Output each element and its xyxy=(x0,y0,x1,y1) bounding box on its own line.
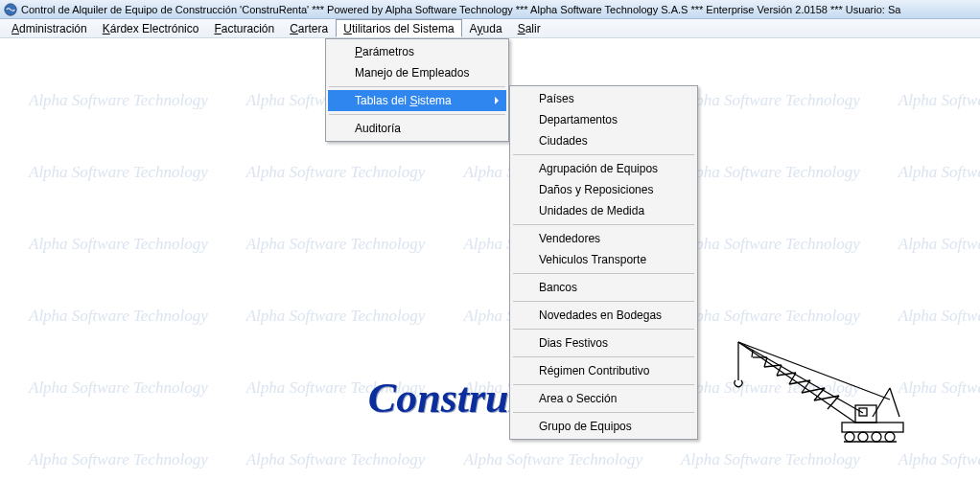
menuitem-manejo-de-empleados[interactable]: Manejo de Empleados xyxy=(328,62,506,83)
menu-facturacion[interactable]: Facturación xyxy=(206,19,282,37)
watermark-text: Alpha Software Technology xyxy=(681,91,860,110)
menuitem-separator xyxy=(329,114,505,115)
menu-salir[interactable]: Salir xyxy=(510,19,548,37)
svg-line-5 xyxy=(777,365,782,376)
menu-kardex-electronico[interactable]: Kárdex Electrónico xyxy=(95,19,207,37)
watermark-text: Alpha Software Technology xyxy=(29,307,208,326)
submenuitem-area-o-seccion[interactable]: Area o Sección xyxy=(512,388,695,409)
svg-line-1 xyxy=(738,342,863,413)
submenuitem-danos-y-reposiciones[interactable]: Daños y Reposiciones xyxy=(512,179,695,200)
svg-point-26 xyxy=(885,432,895,442)
submenuitem-dias-festivos[interactable]: Dias Festivos xyxy=(512,332,695,354)
watermark-text: Alpha Software Technology xyxy=(898,91,980,110)
watermark-text: Alpha Software Technology xyxy=(246,235,426,254)
watermark-text: Alpha Software Technology xyxy=(463,450,642,469)
menu-ayuda[interactable]: Ayuda xyxy=(462,19,510,37)
svg-line-17 xyxy=(738,342,890,400)
menu-administracion[interactable]: Administración xyxy=(4,19,95,37)
submenuitem-ciudades[interactable]: Ciudades xyxy=(512,130,695,151)
watermark-text: Alpha Software Technology xyxy=(29,378,208,398)
watermark-row: Alpha Software TechnologyAlpha Software … xyxy=(0,163,980,182)
watermark-text: Alpha Software Technology xyxy=(898,307,980,326)
submenuitem-grupo-de-equipos[interactable]: Grupo de Equipos xyxy=(512,416,695,437)
watermark-text: Alpha Software Technology xyxy=(681,307,860,326)
menuitem-tablas-del-sistema[interactable]: Tablas del Sistema xyxy=(328,90,506,111)
watermark-text: Alpha Software Technology xyxy=(246,163,426,182)
chevron-right-icon xyxy=(495,97,499,104)
watermark-text: Alpha Software Technology xyxy=(29,163,208,182)
watermark-text: Alpha Software Technology xyxy=(29,450,208,469)
watermark-text: Alpha Software Technology xyxy=(681,450,860,469)
submenuitem-separator xyxy=(513,412,694,413)
menuitem-auditoria[interactable]: Auditoría xyxy=(328,118,506,139)
crane-illustration xyxy=(729,331,911,446)
menu-cartera[interactable]: Cartera xyxy=(282,19,336,37)
watermark-text: Alpha Software Technology xyxy=(246,307,426,326)
watermark-text: Alpha Software Technology xyxy=(246,450,426,469)
menu-utilitarios-del-sistema[interactable]: Utilitarios del Sistema xyxy=(336,19,461,37)
watermark-text: Alpha Software Technology xyxy=(681,163,860,182)
submenuitem-vehiculos-transporte[interactable]: Vehiculos Transporte xyxy=(512,249,695,270)
menuitem-separator xyxy=(329,86,505,87)
menuitem-parametros[interactable]: Parámetros xyxy=(328,41,506,62)
submenuitem-agrupacion-de-equipos[interactable]: Agrupación de Equipos xyxy=(512,158,695,179)
submenuitem-separator xyxy=(513,301,694,302)
dropdown-utilitarios: ParámetrosManejo de EmpleadosTablas del … xyxy=(325,38,509,142)
watermark-text: Alpha Software Technology xyxy=(898,163,980,182)
submenuitem-separator xyxy=(513,384,694,385)
menubar: AdministraciónKárdex ElectrónicoFacturac… xyxy=(0,19,980,38)
submenuitem-paises[interactable]: Países xyxy=(512,88,695,109)
watermark-row: Alpha Software TechnologyAlpha Software … xyxy=(0,307,980,326)
submenuitem-separator xyxy=(513,329,694,330)
submenuitem-separator xyxy=(513,154,694,155)
svg-point-23 xyxy=(845,432,854,442)
watermark-text: Alpha Software Technology xyxy=(898,235,980,254)
watermark-text: Alpha Software Technology xyxy=(29,235,208,254)
watermark-text: Alpha Software Technology xyxy=(29,91,208,110)
submenuitem-separator xyxy=(513,224,694,225)
dropdown-tablas-sistema: PaísesDepartamentosCiudadesAgrupación de… xyxy=(509,85,698,440)
svg-rect-22 xyxy=(842,423,903,432)
watermark-text: Alpha Software Technology xyxy=(898,450,980,469)
submenuitem-novedades-en-bodegas[interactable]: Novedades en Bodegas xyxy=(512,305,695,326)
submenuitem-regimen-contributivo[interactable]: Régimen Contributivo xyxy=(512,360,695,381)
titlebar: Control de Alquiler de Equipo de Constru… xyxy=(0,0,980,19)
titlebar-text: Control de Alquiler de Equipo de Constru… xyxy=(21,4,900,15)
watermark-row: Alpha Software TechnologyAlpha Software … xyxy=(0,235,980,254)
app-icon xyxy=(4,3,17,16)
svg-point-25 xyxy=(872,432,881,442)
submenuitem-separator xyxy=(513,273,694,274)
svg-line-18 xyxy=(873,388,890,417)
submenuitem-departamentos[interactable]: Departamentos xyxy=(512,109,695,130)
submenuitem-vendedores[interactable]: Vendedores xyxy=(512,228,695,249)
submenuitem-unidades-de-medida[interactable]: Unidades de Medida xyxy=(512,200,695,221)
watermark-row: Alpha Software TechnologyAlpha Software … xyxy=(0,450,980,469)
submenuitem-bancos[interactable]: Bancos xyxy=(512,277,695,298)
svg-point-24 xyxy=(858,432,868,442)
watermark-text: Alpha Software Technology xyxy=(681,235,860,254)
submenuitem-separator xyxy=(513,356,694,357)
svg-line-19 xyxy=(890,388,899,417)
